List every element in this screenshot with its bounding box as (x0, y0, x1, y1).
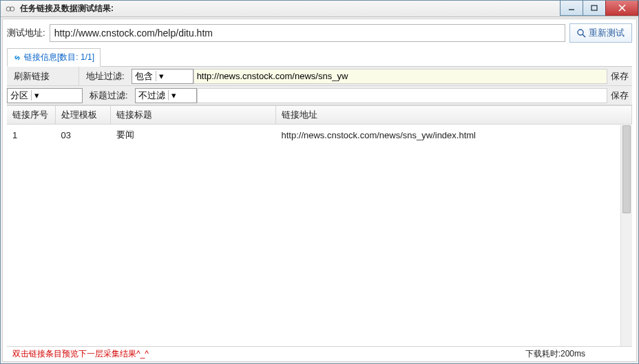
tab-bar: 链接信息[数目: 1/1] (7, 48, 632, 67)
tab-link-info[interactable]: 链接信息[数目: 1/1] (7, 48, 101, 67)
refresh-links-button[interactable]: 刷新链接 (7, 70, 78, 83)
titlebar: 任务链接及数据测试结果: (1, 1, 638, 17)
test-url-label: 测试地址: (7, 27, 45, 39)
table-row[interactable]: 1 03 要闻 http://news.cnstock.com/news/sns… (7, 125, 632, 146)
cell-title: 要闻 (110, 125, 275, 146)
app-icon (3, 2, 17, 16)
tab-label: 链接信息[数目: 1/1] (24, 52, 94, 63)
addr-filter-label: 地址过滤: (79, 70, 132, 83)
retest-button[interactable]: 重新测试 (569, 23, 632, 43)
link-icon (13, 54, 21, 62)
chevron-down-icon: ▾ (156, 71, 167, 81)
filter-row-1: 刷新链接 地址过滤: 包含 ▾ 保存 (7, 67, 632, 86)
filter-row-2: 分区 ▾ 标题过滤: 不过滤 ▾ 保存 (7, 86, 632, 105)
title-filter-mode-value: 不过滤 (138, 89, 165, 102)
cell-seq: 1 (7, 125, 55, 146)
status-hint: 双击链接条目预览下一层采集结果^_^ (12, 348, 525, 360)
app-window: 任务链接及数据测试结果: 测试地址: 重新测试 (0, 0, 639, 364)
title-filter-save-button[interactable]: 保存 (607, 89, 632, 102)
cell-url: http://news.cnstock.com/news/sns_yw/inde… (275, 125, 632, 146)
cell-template: 03 (55, 125, 110, 146)
vertical-scrollbar[interactable] (620, 125, 632, 346)
addr-filter-mode-value: 包含 (135, 70, 153, 83)
results-table-wrap: 链接序号 处理模板 链接标题 链接地址 1 03 要闻 http://news.… (7, 105, 632, 346)
col-header-title[interactable]: 链接标题 (110, 106, 275, 125)
addr-filter-mode-combo[interactable]: 包含 ▾ (132, 69, 193, 84)
test-url-row: 测试地址: 重新测试 (7, 23, 632, 43)
test-url-input[interactable] (50, 24, 565, 42)
close-button[interactable] (605, 1, 638, 16)
title-filter-input[interactable] (197, 88, 607, 103)
status-bar: 双击链接条目预览下一层采集结果^_^ 下载耗时:200ms (7, 346, 632, 361)
partition-value: 分区 (10, 89, 28, 102)
search-icon (577, 29, 586, 38)
chevron-down-icon: ▾ (168, 90, 179, 100)
results-table: 链接序号 处理模板 链接标题 链接地址 1 03 要闻 http://news.… (7, 106, 632, 145)
partition-combo[interactable]: 分区 ▾ (7, 88, 83, 103)
title-filter-mode-combo[interactable]: 不过滤 ▾ (135, 88, 197, 103)
status-timing: 下载耗时:200ms (525, 348, 585, 360)
col-header-seq[interactable]: 链接序号 (7, 106, 55, 125)
title-filter-label: 标题过滤: (83, 89, 135, 102)
svg-line-7 (583, 34, 585, 37)
col-header-template[interactable]: 处理模板 (55, 106, 110, 125)
svg-point-6 (578, 30, 583, 35)
col-header-url[interactable]: 链接地址 (275, 106, 632, 125)
addr-filter-save-button[interactable]: 保存 (607, 70, 632, 83)
svg-rect-3 (591, 6, 597, 10)
window-controls (561, 1, 638, 17)
chevron-down-icon: ▾ (31, 90, 42, 100)
retest-label: 重新测试 (589, 27, 625, 39)
content-area: 测试地址: 重新测试 链接信息[数目: 1/1] 刷新链接 地址过滤: (2, 19, 637, 362)
minimize-button[interactable] (560, 1, 583, 16)
maximize-button[interactable] (583, 1, 606, 16)
addr-filter-input[interactable] (193, 69, 607, 84)
window-title: 任务链接及数据测试结果: (20, 3, 114, 14)
scrollbar-thumb[interactable] (622, 125, 631, 213)
